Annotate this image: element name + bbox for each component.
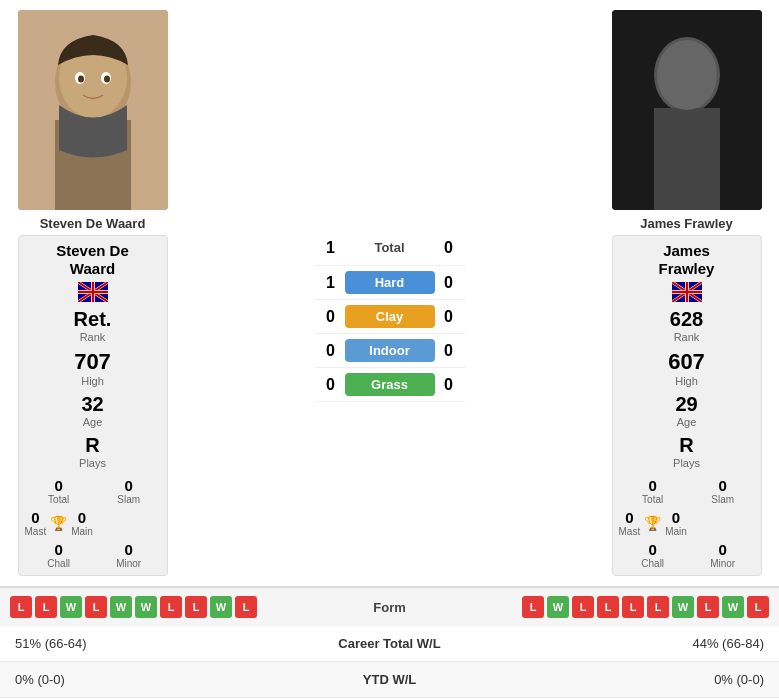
form-pill-left: W [60,596,82,618]
form-label: Form [373,600,406,615]
player-left-mast-label: Mast [25,526,47,537]
form-pill-left: W [135,596,157,618]
player-left-high-label: High [25,375,161,387]
player-left-name-line1: Steven De [56,242,129,259]
player-right-plays: R [619,434,755,457]
flag-left [78,282,108,302]
player-right-stats-grid: 0 Total 0 Slam 0 Mast 🏆 0 [619,477,755,569]
player-right-col: James Frawley James Frawley [604,10,769,576]
form-pill-right: L [597,596,619,618]
player-right-main: 0 [665,509,687,526]
indoor-left-score: 0 [317,342,345,360]
stat-right-val: 0% (0-0) [522,662,779,698]
player-left-rank: Ret. [25,308,161,331]
player-right-age: 29 [619,393,755,416]
form-pill-left: W [210,596,232,618]
player-right-name-below: James Frawley [640,216,733,231]
form-pill-left: L [185,596,207,618]
player-right-chall: 0 [619,541,687,558]
grass-left-score: 0 [317,376,345,394]
stat-left-val: 51% (66-64) [0,626,257,662]
hard-left-score: 1 [317,274,345,292]
surface-row-grass: 0 Grass 0 [315,368,465,402]
form-pills-left: LLWLWWLLWL [10,596,257,618]
player-left-photo [18,10,168,210]
svg-point-7 [104,76,110,83]
player-right-total: 0 [619,477,687,494]
player-right-total-label: Total [619,494,687,505]
surface-row-clay: 0 Clay 0 [315,300,465,334]
form-pill-left: L [160,596,182,618]
player-left-chall: 0 [25,541,93,558]
indoor-right-score: 0 [435,342,463,360]
player-left-minor: 0 [97,541,161,558]
form-pill-left: W [110,596,132,618]
form-pill-right: L [647,596,669,618]
surface-row-hard: 1 Hard 0 [315,266,465,300]
player-left-plays-label: Plays [25,457,161,469]
player-right-name-line1: James [663,242,710,259]
player-left-plays: R [25,434,161,457]
player-left-main: 0 [71,509,93,526]
player-left-high: 707 [25,349,161,375]
player-right-name-line2: Frawley [659,260,715,277]
player-right-high: 607 [619,349,755,375]
player-left-minor-label: Minor [97,558,161,569]
player-left-mast: 0 [25,509,47,526]
trophy-left: 🏆 [50,515,67,531]
center-col: 1 Total 0 1 Hard 0 0 Clay 0 0 [180,10,599,576]
player-right-rank: 628 [619,308,755,331]
player-left-name-line2: Waard [70,260,115,277]
total-right-score: 0 [435,239,463,257]
player-right-slam: 0 [691,477,755,494]
form-pills-right: LWLLLLWLWL [522,596,769,618]
surface-row-indoor: 0 Indoor 0 [315,334,465,368]
stats-table: 51% (66-64) Career Total W/L 44% (66-84)… [0,626,779,699]
player-right-minor-label: Minor [691,558,755,569]
player-left-chall-label: Chall [25,558,93,569]
surface-rows: 1 Total 0 1 Hard 0 0 Clay 0 0 [315,230,465,402]
form-pill-right: L [572,596,594,618]
hard-badge: Hard [345,271,435,294]
player-left-slam-label: Slam [97,494,161,505]
trophy-right: 🏆 [644,515,661,531]
indoor-badge: Indoor [345,339,435,362]
stats-table-row: 51% (66-64) Career Total W/L 44% (66-84) [0,626,779,662]
player-right-mast-label: Mast [619,526,641,537]
player-left-name-below: Steven De Waard [40,216,146,231]
form-pill-left: L [85,596,107,618]
form-pill-left: L [235,596,257,618]
stat-left-val: 0% (0-0) [0,662,257,698]
main-container: Steven De Waard Steven De Waard [0,0,779,699]
svg-rect-19 [654,108,720,210]
player-right-plays-label: Plays [619,457,755,469]
total-badge: Total [345,235,435,260]
stats-table-row: 0% (0-0) YTD W/L 0% (0-0) [0,662,779,698]
player-right-stats-card: James Frawley [612,235,762,576]
player-right-main-label: Main [665,526,687,537]
grass-right-score: 0 [435,376,463,394]
flag-right [672,282,702,302]
player-right-mast: 0 [619,509,641,526]
hard-right-score: 0 [435,274,463,292]
form-pill-right: L [747,596,769,618]
form-pill-right: L [622,596,644,618]
top-area: Steven De Waard Steven De Waard [0,0,779,576]
svg-point-6 [78,76,84,83]
player-right-chall-label: Chall [619,558,687,569]
player-right-rank-label: Rank [619,331,755,343]
form-pill-right: L [697,596,719,618]
player-right-slam-label: Slam [691,494,755,505]
grass-badge: Grass [345,373,435,396]
form-section: LLWLWWLLWL Form LWLLLLWLWL [0,586,779,626]
form-pill-right: L [522,596,544,618]
player-right-photo [612,10,762,210]
clay-left-score: 0 [317,308,345,326]
svg-point-20 [657,40,717,110]
form-pill-right: W [547,596,569,618]
surface-row-total: 1 Total 0 [315,230,465,266]
form-pill-right: W [722,596,744,618]
total-left-score: 1 [317,239,345,257]
form-pill-right: W [672,596,694,618]
stat-center-label: YTD W/L [257,662,522,698]
